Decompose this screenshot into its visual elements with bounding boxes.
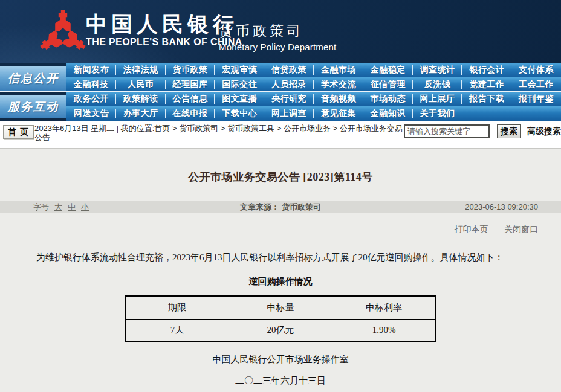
nav-item[interactable]: 人员招录 bbox=[264, 77, 314, 92]
nav-item[interactable]: 支付体系 bbox=[511, 63, 561, 77]
nav-item[interactable]: 办事大厅 bbox=[116, 106, 166, 121]
dept-name-cn: 货币政策司 bbox=[219, 23, 336, 39]
nav-item[interactable]: 意见征集 bbox=[314, 106, 363, 121]
nav-item[interactable]: 调查统计 bbox=[413, 63, 462, 77]
table-header-cell: 中标量 bbox=[229, 296, 332, 319]
table-cell: 20亿元 bbox=[229, 319, 332, 342]
table-cell: 7天 bbox=[125, 319, 229, 342]
nav-item[interactable]: 公告信息 bbox=[166, 92, 215, 106]
reverse-repo-table: 期限中标量中标利率 7天20亿元1.90% bbox=[125, 295, 436, 342]
nav-item[interactable]: 网上展厅 bbox=[413, 92, 462, 106]
nav-item[interactable]: 市场动态 bbox=[363, 92, 413, 106]
pboc-page: 中国人民银行 THE PEOPLE'S BANK OF CHINA 货币政策司 … bbox=[0, 0, 561, 392]
breadcrumb-bar: 首 页 2023年6月13日 星期二 | 我的位置:首页 > 货币政策司 > 货… bbox=[0, 121, 561, 148]
nav-item[interactable]: 报刊年鉴 bbox=[511, 92, 561, 106]
nav-item[interactable]: 经理国库 bbox=[166, 77, 215, 92]
nav-item[interactable]: 学术交流 bbox=[314, 77, 363, 92]
nav-item[interactable]: 政务公开 bbox=[66, 92, 116, 106]
table-header-cell: 中标利率 bbox=[332, 296, 436, 319]
nav-item[interactable]: 关于我们 bbox=[413, 106, 462, 121]
nav-item[interactable]: 法律法规 bbox=[116, 63, 166, 77]
article-body: 为维护银行体系流动性合理充裕，2023年6月13日人民银行以利率招标方式开展了2… bbox=[0, 251, 561, 263]
source-value: 货币政策司 bbox=[282, 202, 321, 211]
article-tool-links: 打印本页 关闭窗口 bbox=[0, 223, 561, 236]
print-page-link[interactable]: 打印本页 bbox=[455, 224, 488, 234]
nav-item[interactable]: 工会工作 bbox=[511, 77, 561, 92]
table-body: 7天20亿元1.90% bbox=[125, 319, 436, 342]
close-window-link[interactable]: 关闭窗口 bbox=[504, 224, 538, 234]
nav-grid-service-interaction: 政务公开政策解读公告信息图文直播央行研究音频视频市场动态网上展厅报告下载报刊年鉴… bbox=[66, 92, 561, 120]
breadcrumb[interactable]: 2023年6月13日 星期二 | 我的位置:首页 > 货币政策司 > 货币政策工… bbox=[34, 124, 406, 142]
nav-item[interactable]: 征信管理 bbox=[363, 77, 413, 92]
nav-group-service-interaction[interactable]: 服务互动 bbox=[0, 95, 66, 118]
nav-item[interactable]: 金融稳定 bbox=[363, 63, 413, 77]
pboc-emblem-icon bbox=[39, 7, 87, 57]
main-navigation: 信息公开 新闻发布法律法规货币政策宏观审慎信贷政策金融市场金融稳定调查统计银行会… bbox=[0, 63, 561, 121]
nav-item[interactable]: 党建工作 bbox=[462, 77, 511, 92]
nav-item[interactable]: 下载中心 bbox=[215, 106, 264, 121]
nav-item[interactable]: 信贷政策 bbox=[264, 63, 314, 77]
department-title: 货币政策司 Monetary Policy Department bbox=[219, 23, 336, 52]
nav-item[interactable]: 金融市场 bbox=[314, 63, 363, 77]
advanced-search-link[interactable]: 高级搜索 bbox=[527, 126, 561, 137]
nav-item[interactable]: 在线申报 bbox=[166, 106, 215, 121]
nav-item[interactable]: 金融科技 bbox=[66, 77, 116, 92]
nav-item[interactable]: 报告下载 bbox=[462, 92, 511, 106]
nav-item[interactable]: 政策解读 bbox=[116, 92, 166, 106]
nav-grid-info-disclosure: 新闻发布法律法规货币政策宏观审慎信贷政策金融市场金融稳定调查统计银行会计支付体系… bbox=[66, 63, 561, 92]
article-content: 公开市场业务交易公告 [2023]第114号 字号大中小 文章来源：货币政策司 … bbox=[0, 148, 561, 392]
nav-item[interactable]: 图文直播 bbox=[215, 92, 264, 106]
article-meta-bar: 字号大中小 文章来源：货币政策司 2023-06-13 09:20:30 bbox=[0, 201, 561, 213]
table-cell: 1.90% bbox=[332, 319, 436, 342]
nav-label-column: 信息公开 bbox=[0, 63, 66, 92]
home-button[interactable]: 首 页 bbox=[3, 125, 34, 139]
site-header: 中国人民银行 THE PEOPLE'S BANK OF CHINA 货币政策司 … bbox=[0, 0, 561, 63]
table-header-cell: 期限 bbox=[125, 296, 229, 319]
nav-group-info-disclosure[interactable]: 信息公开 bbox=[0, 66, 66, 91]
nav-cell-empty bbox=[511, 106, 561, 121]
nav-cell-empty bbox=[462, 106, 511, 121]
table-header-row: 期限中标量中标利率 bbox=[125, 296, 436, 319]
publish-datetime: 2023-06-13 09:20:30 bbox=[465, 201, 538, 213]
nav-item[interactable]: 国际交往 bbox=[215, 77, 264, 92]
nav-item[interactable]: 金融知识 bbox=[363, 106, 413, 121]
search-input[interactable] bbox=[404, 124, 490, 138]
nav-item[interactable]: 网送文告 bbox=[66, 106, 116, 121]
article-title: 公开市场业务交易公告 [2023]第114号 bbox=[0, 149, 561, 182]
nav-item[interactable]: 网上调查 bbox=[264, 106, 314, 121]
nav-item[interactable]: 货币政策 bbox=[166, 63, 215, 77]
nav-label-column: 服务互动 bbox=[0, 92, 66, 120]
source-label: 文章来源： bbox=[240, 202, 279, 211]
table-title: 逆回购操作情况 bbox=[0, 276, 561, 288]
table-row: 7天20亿元1.90% bbox=[125, 319, 436, 342]
signature: 中国人民银行公开市场业务操作室 bbox=[0, 354, 561, 366]
search-button[interactable]: 搜索 bbox=[497, 124, 521, 138]
nav-item[interactable]: 央行研究 bbox=[264, 92, 314, 106]
nav-item[interactable]: 新闻发布 bbox=[66, 63, 116, 77]
nav-item[interactable]: 反洗钱 bbox=[413, 77, 462, 92]
nav-item[interactable]: 宏观审慎 bbox=[215, 63, 264, 77]
nav-band-service-interaction: 服务互动 政务公开政策解读公告信息图文直播央行研究音频视频市场动态网上展厅报告下… bbox=[0, 91, 561, 120]
signature-date: 二〇二三年六月十三日 bbox=[0, 375, 561, 387]
nav-item[interactable]: 音频视频 bbox=[314, 92, 363, 106]
nav-item[interactable]: 银行会计 bbox=[462, 63, 511, 77]
dept-name-en: Monetary Policy Department bbox=[219, 42, 336, 52]
nav-band-info-disclosure: 信息公开 新闻发布法律法规货币政策宏观审慎信贷政策金融市场金融稳定调查统计银行会… bbox=[0, 63, 561, 92]
nav-item[interactable]: 人民币 bbox=[116, 77, 166, 92]
